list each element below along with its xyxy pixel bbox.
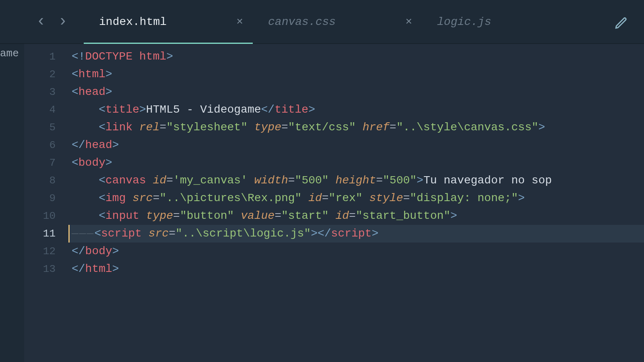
code-line[interactable]: <title>HTML5 - Videogame</title> (68, 101, 644, 119)
token-brkt: > (518, 192, 525, 204)
code-line[interactable]: <body> (68, 154, 644, 172)
token-punc: = (281, 121, 288, 134)
token-attr: id (335, 210, 349, 222)
code-area[interactable]: <!DOCTYPE html><html><head> <title>HTML5… (68, 44, 644, 362)
close-icon[interactable]: × (405, 16, 412, 28)
token-brkt: > (311, 227, 318, 240)
code-line[interactable]: <head> (68, 83, 644, 101)
token-attr: rel (139, 121, 159, 134)
token-str: "rex" (329, 192, 363, 204)
code-line[interactable]: </head> (68, 136, 644, 154)
line-number: 2 (24, 66, 68, 83)
nav-back-button[interactable]: ‹ (36, 14, 46, 30)
code-line[interactable]: ———<script src="..\script\logic.js"></sc… (68, 225, 644, 243)
token-punc (139, 210, 146, 222)
token-brkt: < (94, 227, 101, 240)
token-brkt: < (99, 103, 105, 116)
indent-guide: ——— (72, 227, 94, 240)
token-tagn: head (78, 86, 105, 98)
code-editor[interactable]: 12345678910111213 <!DOCTYPE html><html><… (24, 44, 644, 362)
pencil-icon[interactable] (614, 16, 628, 32)
tab-canvas-css[interactable]: canvas.css× (253, 0, 422, 43)
code-line[interactable]: <html> (68, 66, 644, 83)
sidebar-project-label: ame (0, 47, 19, 60)
nav-arrows: ‹ › (36, 14, 68, 30)
token-txt: Tu navegador no sop (423, 174, 552, 187)
token-punc: = (322, 192, 329, 204)
token-punc: = (173, 210, 180, 222)
code-line[interactable]: <input type="button" value="start" id="s… (68, 207, 644, 225)
tab-index-html[interactable]: index.html× (84, 0, 253, 43)
token-brkt: < (72, 156, 78, 169)
token-punc (146, 174, 153, 187)
tab-logic-js[interactable]: logic.js× (422, 0, 591, 43)
token-attr: type (146, 210, 173, 222)
token-punc (248, 174, 254, 187)
code-line[interactable]: <canvas id='my_canvas' width="500" heigh… (68, 172, 644, 189)
token-punc: = (376, 174, 383, 187)
token-txt: HTML5 - Videogame (146, 103, 261, 116)
token-tagn: script (101, 227, 142, 240)
token-attr: type (254, 121, 281, 134)
token-tagn: body (85, 245, 112, 257)
token-brkt: > (417, 174, 423, 187)
token-str: "button" (180, 210, 234, 222)
token-tagn: img (105, 192, 126, 204)
nav-forward-button[interactable]: › (58, 14, 68, 30)
token-brkt: </ (261, 103, 275, 116)
token-punc (329, 210, 336, 222)
token-tagn: html (78, 68, 105, 80)
token-punc (356, 121, 363, 134)
token-brkt: > (308, 103, 315, 116)
token-brkt: > (105, 68, 112, 80)
token-brkt: > (166, 50, 173, 63)
token-str: "stylesheet" (166, 121, 248, 134)
token-brkt: <! (72, 50, 85, 63)
line-number-gutter: 12345678910111213 (24, 44, 68, 362)
tabs-container: index.html×canvas.css×logic.js× (84, 0, 591, 43)
line-number: 9 (24, 189, 68, 207)
token-punc (301, 192, 308, 204)
token-attr: value (241, 210, 275, 222)
token-punc (132, 121, 139, 134)
token-brkt: </ (72, 139, 85, 151)
token-attr: href (363, 121, 390, 134)
token-punc (142, 227, 149, 240)
editor-window: ame ‹ › index.html×canvas.css×logic.js× … (0, 0, 644, 362)
token-str: "..\script\logic.js" (175, 227, 311, 240)
tab-label: index.html (99, 16, 167, 28)
token-brkt: > (539, 121, 545, 134)
token-str: "..\pictures\Rex.png" (160, 192, 302, 204)
token-brkt: > (139, 103, 146, 116)
indent-guide (72, 121, 99, 134)
token-brkt: < (72, 86, 78, 98)
code-line[interactable]: </body> (68, 243, 644, 260)
token-punc: = (169, 227, 175, 240)
line-number: 7 (24, 154, 68, 172)
code-line[interactable]: <link rel="stylesheet" type="text/css" h… (68, 119, 644, 136)
close-icon[interactable]: × (236, 16, 243, 28)
code-line[interactable]: <img src="..\pictures\Rex.png" id="rex" … (68, 189, 644, 207)
line-number: 12 (24, 243, 68, 260)
token-punc: = (288, 174, 295, 187)
code-line[interactable]: <!DOCTYPE html> (68, 48, 644, 66)
token-punc (126, 192, 132, 204)
token-brkt: < (99, 121, 105, 134)
line-number: 1 (24, 48, 68, 66)
token-tagn: link (105, 121, 132, 134)
token-attr: id (153, 174, 167, 187)
token-attr: style (369, 192, 403, 204)
token-punc (363, 192, 369, 204)
token-str: "start_button" (356, 210, 450, 222)
token-brkt: < (72, 68, 78, 80)
token-brkt: </ (72, 263, 85, 275)
indent-guide (72, 210, 99, 222)
token-tagn: script (331, 227, 372, 240)
indent-guide (72, 174, 99, 187)
token-tagn: title (275, 103, 308, 116)
line-number: 11 (24, 225, 68, 243)
token-brkt: </ (72, 245, 85, 257)
token-brkt: > (105, 156, 112, 169)
code-line[interactable]: </html> (68, 260, 644, 278)
token-brkt: > (450, 210, 457, 222)
